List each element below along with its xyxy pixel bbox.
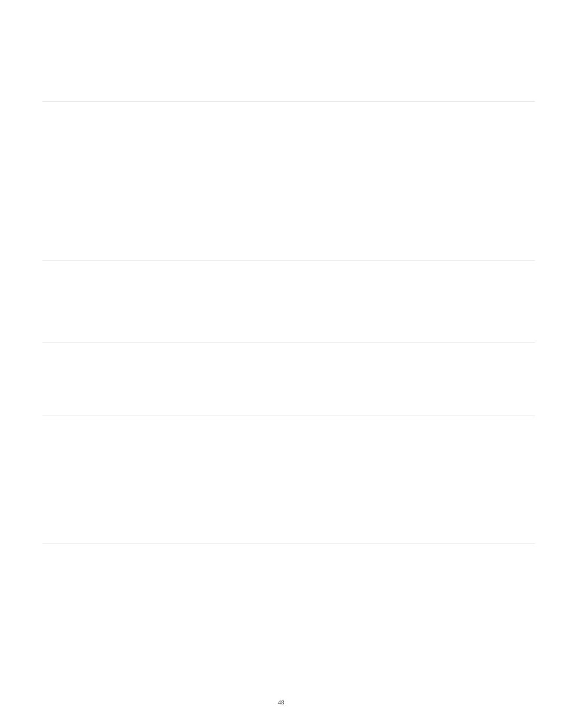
horizontal-divider (42, 543, 535, 544)
page-number: 48 (0, 699, 562, 706)
horizontal-divider (42, 260, 535, 261)
horizontal-divider (42, 416, 535, 416)
horizontal-divider (42, 101, 535, 102)
horizontal-divider (42, 342, 535, 343)
document-page: 48 (0, 0, 562, 728)
